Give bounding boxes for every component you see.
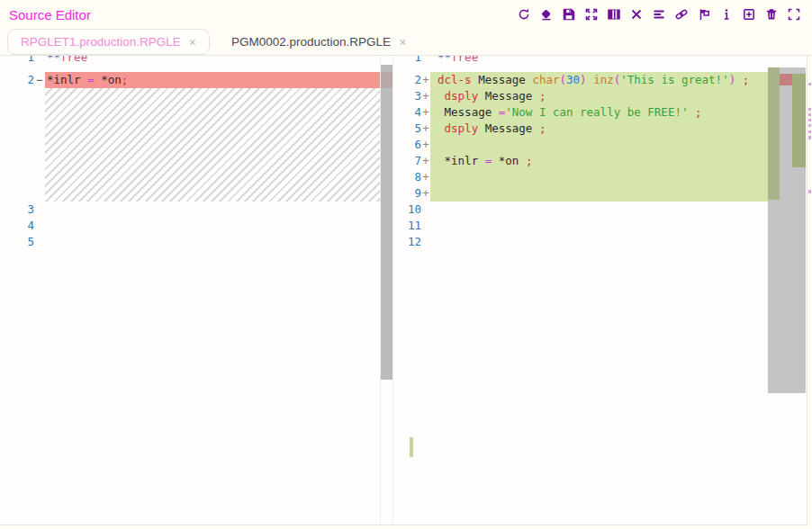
fullscreen-icon[interactable] [787, 7, 801, 22]
code-text: *inlr = *on ; [430, 153, 807, 169]
diff-sign: + [421, 185, 430, 202]
line-number: 5 [393, 121, 421, 137]
code-line[interactable]: 9+ [393, 185, 807, 202]
line-number: 12 [393, 234, 421, 250]
line-number: 6 [393, 137, 421, 153]
tab-bar: RPGLET1.production.RPGLE×PGM0002.product… [0, 29, 812, 56]
right-pane-modified[interactable]: 1**free2+dcl-s Message char(30) inz('Thi… [393, 56, 807, 525]
line-highlight [430, 218, 768, 234]
code-text: Message ='Now I can really be FREE!' ; [430, 104, 807, 121]
left-pane-original[interactable]: 1**free2−*inlr = *on;345 [0, 56, 393, 525]
code-text: dsply Message ; [430, 88, 807, 104]
code-line[interactable]: 1**free [393, 56, 807, 72]
add-box-icon[interactable] [742, 7, 756, 22]
line-number: 4 [0, 218, 34, 234]
code-line[interactable]: 2+dcl-s Message char(30) inz('This is gr… [393, 72, 807, 88]
code-text: dcl-s Message char(30) inz('This is grea… [430, 72, 807, 88]
overview-edge-marks [808, 0, 812, 529]
code-text: dsply Message ; [430, 121, 807, 137]
toolbar [517, 7, 801, 22]
close-icon[interactable] [629, 7, 644, 22]
diff-sign: + [421, 104, 430, 121]
line-highlight [430, 202, 768, 218]
diff-sign: + [421, 121, 430, 137]
tab-pgm0002[interactable]: PGM0002.production.RPGLE× [219, 29, 419, 55]
tab-label: RPGLET1.production.RPGLE [21, 35, 181, 49]
line-number: 1 [0, 56, 34, 66]
code-line[interactable]: 2−*inlr = *on; [0, 72, 393, 88]
line-highlight [430, 234, 768, 250]
code-line[interactable]: 3 [0, 202, 393, 218]
save-icon[interactable] [562, 7, 576, 22]
flag-icon[interactable] [697, 7, 711, 22]
code-text: *inlr = *on; [45, 72, 393, 88]
line-number: 8 [393, 169, 421, 185]
line-number: 9 [393, 185, 421, 202]
line-number: 1 [393, 56, 421, 66]
overview-ruler-added-mark [792, 74, 806, 167]
line-highlight [430, 137, 768, 153]
expand-icon[interactable] [584, 7, 599, 22]
line-highlight [430, 185, 768, 202]
line-highlight [45, 218, 392, 234]
line-number: 3 [0, 202, 34, 218]
line-number: 3 [393, 88, 421, 104]
diff-sign: + [421, 88, 430, 104]
diff-placeholder-hatch [45, 88, 380, 202]
header: Source Editor [0, 0, 812, 29]
diff-editor[interactable]: 1**free2−*inlr = *on;345 1**free2+dcl-s … [0, 56, 807, 525]
line-number: 10 [393, 202, 421, 218]
page-title: Source Editor [9, 7, 91, 22]
line-highlight [45, 202, 392, 218]
diff-sign: + [421, 137, 430, 153]
pane-divider-line [392, 56, 393, 525]
edge-green-mark [410, 437, 413, 457]
refresh-icon[interactable] [517, 7, 531, 22]
line-number: 5 [0, 234, 34, 250]
line-highlight [430, 169, 768, 185]
code-line[interactable]: 7+ *inlr = *on ; [393, 153, 807, 169]
align-lines-icon[interactable] [652, 7, 666, 22]
right-scrollbar-thumb[interactable] [768, 67, 780, 200]
code-line[interactable]: 5 [0, 234, 393, 250]
diff-sign: + [421, 153, 430, 169]
code-line[interactable]: 10 [393, 202, 807, 218]
line-number: 4 [393, 104, 421, 121]
split-view-icon[interactable] [607, 7, 621, 22]
tab-rpglet1[interactable]: RPGLET1.production.RPGLE× [7, 29, 210, 55]
code-text: **free [45, 56, 393, 66]
info-icon[interactable] [719, 7, 734, 22]
code-line[interactable]: 5+ dsply Message ; [393, 121, 807, 137]
line-number: 7 [393, 153, 421, 169]
line-number: 2 [393, 72, 421, 88]
line-number: 11 [393, 218, 421, 234]
code-text: **free [430, 56, 807, 66]
code-line[interactable]: 4+ Message ='Now I can really be FREE!' … [393, 104, 807, 121]
code-line[interactable]: 6+ [393, 137, 807, 153]
tab-close-icon[interactable]: × [189, 36, 196, 49]
code-line[interactable]: 8+ [393, 169, 807, 185]
diff-sign: + [421, 169, 430, 185]
diff-sign: + [421, 72, 430, 88]
code-line[interactable]: 12 [393, 234, 807, 250]
code-line[interactable]: 4 [0, 218, 393, 234]
left-scrollbar-thumb[interactable] [381, 65, 392, 380]
diff-sign: − [34, 72, 45, 88]
tab-label: PGM0002.production.RPGLE [231, 35, 391, 49]
eraser-icon[interactable] [539, 7, 554, 22]
code-line[interactable]: 11 [393, 218, 807, 234]
link-icon[interactable] [674, 7, 689, 22]
code-line[interactable]: 3+ dsply Message ; [393, 88, 807, 104]
overview-ruler-deleted-mark [780, 74, 792, 85]
line-number: 2 [0, 72, 34, 88]
trash-icon[interactable] [764, 7, 779, 22]
line-highlight [45, 234, 392, 250]
tab-close-icon[interactable]: × [399, 36, 406, 49]
code-line[interactable]: 1**free [0, 56, 393, 72]
